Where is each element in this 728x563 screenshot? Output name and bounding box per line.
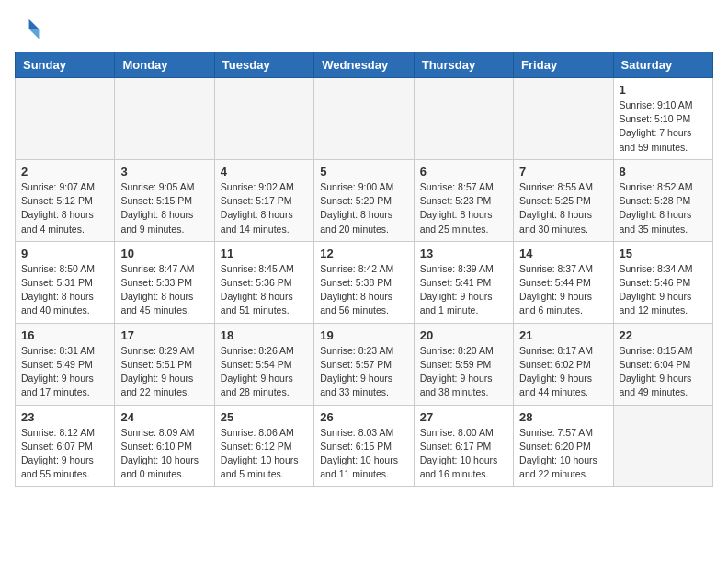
day-number: 1: [620, 83, 707, 97]
day-cell: 5Sunrise: 9:00 AM Sunset: 5:20 PM Daylig…: [314, 159, 414, 241]
day-info: Sunrise: 8:57 AM Sunset: 5:23 PM Dayligh…: [420, 180, 507, 236]
day-number: 17: [120, 328, 208, 342]
day-cell: 18Sunrise: 8:26 AM Sunset: 5:54 PM Dayli…: [214, 323, 313, 405]
day-number: 18: [221, 328, 308, 342]
day-info: Sunrise: 8:15 AM Sunset: 6:04 PM Dayligh…: [620, 344, 707, 400]
day-number: 27: [420, 410, 507, 424]
day-cell: 23Sunrise: 8:12 AM Sunset: 6:07 PM Dayli…: [16, 405, 115, 487]
svg-marker-0: [29, 19, 40, 29]
day-cell: 24Sunrise: 8:09 AM Sunset: 6:10 PM Dayli…: [115, 405, 214, 487]
day-cell: [16, 78, 115, 160]
day-info: Sunrise: 8:12 AM Sunset: 6:07 PM Dayligh…: [21, 426, 108, 482]
day-number: 26: [320, 410, 407, 424]
day-cell: 22Sunrise: 8:15 AM Sunset: 6:04 PM Dayli…: [613, 323, 712, 405]
day-cell: 12Sunrise: 8:42 AM Sunset: 5:38 PM Dayli…: [314, 241, 414, 323]
day-cell: 15Sunrise: 8:34 AM Sunset: 5:46 PM Dayli…: [613, 241, 712, 323]
day-info: Sunrise: 8:37 AM Sunset: 5:44 PM Dayligh…: [519, 262, 607, 318]
day-info: Sunrise: 9:07 AM Sunset: 5:12 PM Dayligh…: [21, 180, 108, 236]
day-cell: 9Sunrise: 8:50 AM Sunset: 5:31 PM Daylig…: [16, 241, 115, 323]
week-row-1: 2Sunrise: 9:07 AM Sunset: 5:12 PM Daylig…: [16, 159, 713, 241]
day-number: 23: [21, 410, 108, 424]
day-info: Sunrise: 8:06 AM Sunset: 6:12 PM Dayligh…: [221, 426, 308, 482]
day-cell: 26Sunrise: 8:03 AM Sunset: 6:15 PM Dayli…: [314, 405, 414, 487]
day-cell: 16Sunrise: 8:31 AM Sunset: 5:49 PM Dayli…: [16, 323, 115, 405]
logo-icon: [15, 15, 40, 40]
day-number: 2: [21, 165, 108, 178]
day-number: 6: [420, 165, 507, 178]
logo: [15, 15, 44, 40]
day-cell: [514, 78, 613, 160]
day-cell: 2Sunrise: 9:07 AM Sunset: 5:12 PM Daylig…: [16, 159, 115, 241]
day-info: Sunrise: 8:20 AM Sunset: 5:59 PM Dayligh…: [420, 344, 507, 400]
day-info: Sunrise: 8:03 AM Sunset: 6:15 PM Dayligh…: [320, 426, 407, 482]
day-cell: 21Sunrise: 8:17 AM Sunset: 6:02 PM Dayli…: [514, 323, 613, 405]
day-cell: [414, 78, 513, 160]
day-number: 24: [120, 410, 208, 424]
day-info: Sunrise: 8:29 AM Sunset: 5:51 PM Dayligh…: [120, 344, 208, 400]
day-cell: 1Sunrise: 9:10 AM Sunset: 5:10 PM Daylig…: [613, 78, 712, 160]
day-cell: 10Sunrise: 8:47 AM Sunset: 5:33 PM Dayli…: [115, 241, 214, 323]
day-number: 25: [221, 410, 308, 424]
column-header-tuesday: Tuesday: [214, 52, 313, 78]
day-info: Sunrise: 8:26 AM Sunset: 5:54 PM Dayligh…: [221, 344, 308, 400]
day-number: 8: [620, 165, 707, 178]
day-number: 13: [420, 247, 507, 260]
day-cell: 20Sunrise: 8:20 AM Sunset: 5:59 PM Dayli…: [414, 323, 513, 405]
day-cell: 13Sunrise: 8:39 AM Sunset: 5:41 PM Dayli…: [414, 241, 513, 323]
week-row-4: 23Sunrise: 8:12 AM Sunset: 6:07 PM Dayli…: [16, 405, 713, 487]
day-info: Sunrise: 8:09 AM Sunset: 6:10 PM Dayligh…: [120, 426, 208, 482]
day-info: Sunrise: 8:23 AM Sunset: 5:57 PM Dayligh…: [320, 344, 407, 400]
column-header-thursday: Thursday: [414, 52, 513, 78]
day-info: Sunrise: 9:02 AM Sunset: 5:17 PM Dayligh…: [221, 180, 308, 236]
svg-marker-2: [19, 19, 29, 29]
day-info: Sunrise: 8:50 AM Sunset: 5:31 PM Dayligh…: [21, 262, 108, 318]
day-cell: 11Sunrise: 8:45 AM Sunset: 5:36 PM Dayli…: [214, 241, 313, 323]
day-cell: 4Sunrise: 9:02 AM Sunset: 5:17 PM Daylig…: [214, 159, 313, 241]
calendar-table: SundayMondayTuesdayWednesdayThursdayFrid…: [15, 52, 713, 487]
day-info: Sunrise: 8:34 AM Sunset: 5:46 PM Dayligh…: [620, 262, 707, 318]
day-cell: 25Sunrise: 8:06 AM Sunset: 6:12 PM Dayli…: [214, 405, 313, 487]
day-number: 3: [120, 165, 208, 178]
day-cell: 28Sunrise: 7:57 AM Sunset: 6:20 PM Dayli…: [514, 405, 613, 487]
day-number: 22: [620, 328, 707, 342]
day-info: Sunrise: 9:00 AM Sunset: 5:20 PM Dayligh…: [320, 180, 407, 236]
week-row-2: 9Sunrise: 8:50 AM Sunset: 5:31 PM Daylig…: [16, 241, 713, 323]
day-cell: [115, 78, 214, 160]
column-header-saturday: Saturday: [613, 52, 712, 78]
day-info: Sunrise: 8:47 AM Sunset: 5:33 PM Dayligh…: [120, 262, 208, 318]
day-cell: 3Sunrise: 9:05 AM Sunset: 5:15 PM Daylig…: [115, 159, 214, 241]
day-cell: 8Sunrise: 8:52 AM Sunset: 5:28 PM Daylig…: [613, 159, 712, 241]
day-cell: [214, 78, 313, 160]
day-cell: 14Sunrise: 8:37 AM Sunset: 5:44 PM Dayli…: [514, 241, 613, 323]
day-number: 28: [519, 410, 607, 424]
day-cell: 19Sunrise: 8:23 AM Sunset: 5:57 PM Dayli…: [314, 323, 414, 405]
day-number: 12: [320, 247, 407, 260]
day-info: Sunrise: 8:52 AM Sunset: 5:28 PM Dayligh…: [620, 180, 707, 236]
calendar-header-row: SundayMondayTuesdayWednesdayThursdayFrid…: [16, 52, 713, 78]
page-header: [15, 15, 713, 40]
day-number: 20: [420, 328, 507, 342]
day-info: Sunrise: 8:45 AM Sunset: 5:36 PM Dayligh…: [221, 262, 308, 318]
day-number: 7: [519, 165, 607, 178]
column-header-wednesday: Wednesday: [314, 52, 414, 78]
week-row-3: 16Sunrise: 8:31 AM Sunset: 5:49 PM Dayli…: [16, 323, 713, 405]
day-info: Sunrise: 8:39 AM Sunset: 5:41 PM Dayligh…: [420, 262, 507, 318]
day-cell: 27Sunrise: 8:00 AM Sunset: 6:17 PM Dayli…: [414, 405, 513, 487]
day-info: Sunrise: 8:42 AM Sunset: 5:38 PM Dayligh…: [320, 262, 407, 318]
day-info: Sunrise: 7:57 AM Sunset: 6:20 PM Dayligh…: [519, 426, 607, 482]
day-cell: 17Sunrise: 8:29 AM Sunset: 5:51 PM Dayli…: [115, 323, 214, 405]
day-number: 15: [620, 247, 707, 260]
svg-marker-1: [29, 29, 40, 40]
day-number: 5: [320, 165, 407, 178]
week-row-0: 1Sunrise: 9:10 AM Sunset: 5:10 PM Daylig…: [16, 78, 713, 160]
column-header-friday: Friday: [514, 52, 613, 78]
day-number: 10: [120, 247, 208, 260]
day-number: 19: [320, 328, 407, 342]
day-number: 9: [21, 247, 108, 260]
day-number: 4: [221, 165, 308, 178]
column-header-monday: Monday: [115, 52, 214, 78]
day-info: Sunrise: 9:10 AM Sunset: 5:10 PM Dayligh…: [620, 98, 707, 155]
day-info: Sunrise: 8:55 AM Sunset: 5:25 PM Dayligh…: [519, 180, 607, 236]
day-number: 21: [519, 328, 607, 342]
day-cell: [613, 405, 712, 487]
